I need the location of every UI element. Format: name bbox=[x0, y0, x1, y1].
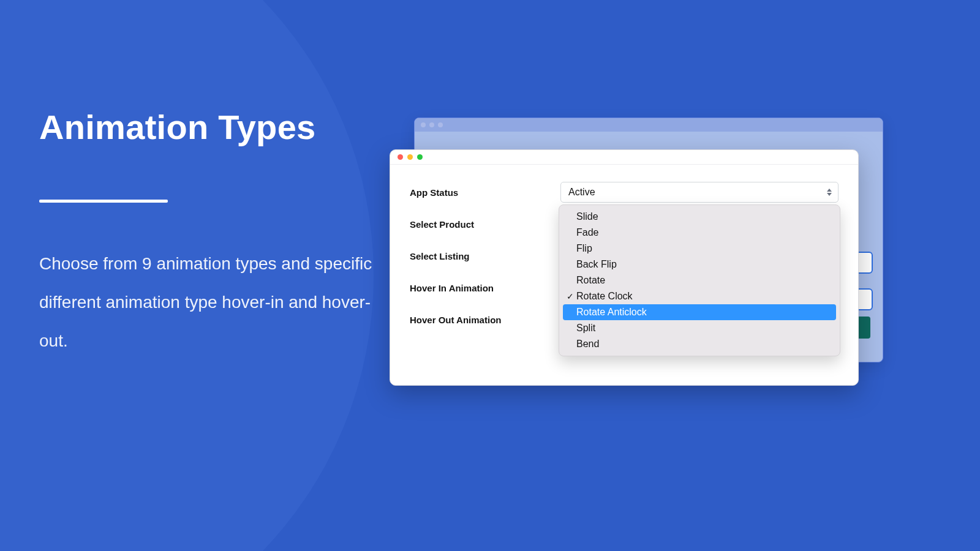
close-icon[interactable] bbox=[398, 154, 403, 160]
maximize-icon[interactable] bbox=[417, 154, 423, 160]
dropdown-option[interactable]: Slide bbox=[563, 209, 836, 225]
dropdown-option[interactable]: Flip bbox=[563, 241, 836, 257]
dropdown-option-label: Slide bbox=[576, 211, 598, 222]
label-hover-out: Hover Out Animation bbox=[410, 315, 560, 325]
label-app-status: App Status bbox=[410, 187, 560, 198]
dropdown-option-label: Back Flip bbox=[576, 259, 617, 270]
hero-description: Choose from 9 animation types and specif… bbox=[39, 244, 382, 360]
dropdown-option[interactable]: Fade bbox=[563, 225, 836, 241]
label-select-product: Select Product bbox=[410, 219, 560, 230]
label-select-listing: Select Listing bbox=[410, 251, 560, 261]
dropdown-option-label: Fade bbox=[576, 227, 598, 238]
dropdown-option[interactable]: Rotate bbox=[563, 272, 836, 288]
dropdown-option-label: Rotate bbox=[576, 275, 605, 286]
dropdown-option[interactable]: Bend bbox=[563, 336, 836, 352]
animation-dropdown-menu: SlideFadeFlipBack FlipRotateRotate Clock… bbox=[559, 204, 840, 356]
settings-window: App Status Active Select Product Select … bbox=[390, 149, 859, 386]
app-status-value: Active bbox=[568, 187, 595, 198]
hero-title: Animation Types bbox=[39, 107, 382, 147]
window-titlebar bbox=[390, 150, 858, 165]
label-hover-in: Hover In Animation bbox=[410, 283, 560, 293]
dropdown-option[interactable]: Rotate Clock bbox=[563, 288, 836, 304]
dropdown-option[interactable]: Split bbox=[563, 320, 836, 336]
minimize-icon[interactable] bbox=[407, 154, 413, 160]
traffic-light-icon bbox=[438, 122, 443, 127]
dropdown-option[interactable]: Rotate Anticlock bbox=[563, 304, 836, 320]
traffic-light-icon bbox=[429, 122, 434, 127]
traffic-light-icon bbox=[421, 122, 426, 127]
app-status-select[interactable]: Active bbox=[560, 182, 839, 203]
divider bbox=[39, 200, 168, 203]
dropdown-option[interactable]: Back Flip bbox=[563, 257, 836, 272]
dropdown-option-label: Split bbox=[576, 323, 595, 334]
dropdown-option-label: Bend bbox=[576, 339, 599, 350]
dropdown-option-label: Flip bbox=[576, 243, 592, 254]
dropdown-option-label: Rotate Anticlock bbox=[576, 307, 647, 318]
background-window-titlebar bbox=[415, 118, 883, 132]
dropdown-option-label: Rotate Clock bbox=[576, 291, 633, 302]
updown-icon bbox=[827, 189, 832, 196]
